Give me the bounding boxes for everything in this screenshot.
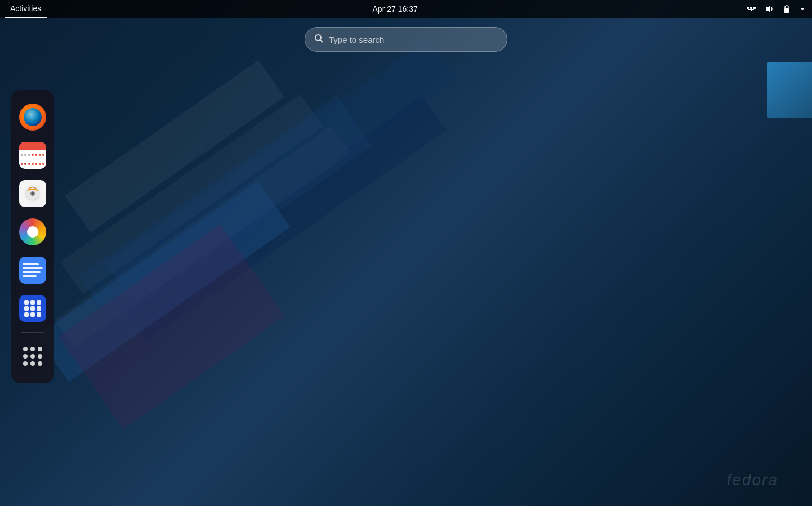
store-dot-6	[37, 306, 41, 311]
topbar-right	[743, 2, 812, 16]
dock-item-color[interactable]	[17, 216, 48, 248]
network-icon[interactable]	[743, 2, 759, 16]
store-dot-1	[24, 300, 29, 305]
svg-rect-6	[784, 8, 789, 13]
search-icon	[314, 34, 323, 45]
svg-marker-7	[800, 8, 805, 10]
topbar-clock[interactable]: Apr 27 16:37	[373, 5, 418, 14]
appgrid-dot-4	[23, 354, 28, 359]
appgrid-dot-3	[38, 347, 42, 351]
store-dot-2	[30, 300, 35, 305]
calendar-body	[19, 150, 46, 169]
calendar-header	[19, 142, 46, 150]
writer-line-3	[23, 271, 41, 273]
writer-line-4	[23, 275, 37, 277]
svg-rect-0	[747, 7, 749, 9]
software-store-icon	[19, 295, 46, 322]
sound-icon[interactable]	[761, 2, 777, 16]
search-bar	[305, 27, 507, 52]
thumbnail-preview	[767, 62, 812, 118]
side-thumbnail[interactable]	[767, 62, 812, 118]
dock-item-writer[interactable]	[17, 254, 48, 286]
store-dot-3	[37, 300, 41, 305]
dock-item-rhythmbox[interactable]	[17, 178, 48, 209]
appgrid-dot-6	[38, 354, 42, 359]
dock-separator	[21, 332, 44, 333]
appgrid-dot-1	[23, 347, 28, 351]
search-container	[305, 27, 507, 52]
appgrid-dot-9	[38, 361, 42, 366]
store-dot-5	[30, 306, 35, 311]
appgrid-dot-7	[23, 361, 28, 366]
dock-item-firefox[interactable]	[17, 101, 48, 133]
writer-line-2	[23, 267, 43, 269]
lock-icon[interactable]	[779, 2, 794, 16]
dock-item-software[interactable]	[17, 293, 48, 324]
dock-item-calendar[interactable]	[17, 140, 48, 171]
dock-item-appgrid[interactable]	[17, 341, 48, 372]
dock	[11, 90, 54, 383]
writer-line-1	[23, 263, 39, 265]
svg-rect-1	[750, 7, 752, 9]
svg-point-13	[32, 192, 34, 195]
rhythmbox-icon	[19, 180, 46, 207]
store-dot-4	[24, 306, 29, 311]
appgrid-icon	[21, 344, 44, 368]
calendar-icon	[19, 142, 46, 169]
svg-rect-2	[753, 7, 756, 9]
writer-icon	[19, 257, 46, 284]
system-menu-icon[interactable]	[796, 4, 809, 14]
desktop: fedora	[0, 0, 812, 506]
writer-lines	[23, 263, 43, 277]
search-input[interactable]	[329, 35, 498, 44]
store-dot-7	[24, 312, 29, 317]
topbar-left: Activities	[0, 0, 47, 18]
svg-marker-5	[766, 6, 770, 12]
svg-line-9	[320, 40, 323, 42]
appgrid-dot-5	[30, 354, 35, 359]
svg-rect-4	[751, 10, 752, 11]
prism-icon	[19, 218, 46, 245]
topbar: Activities Apr 27 16:37	[0, 0, 812, 18]
svg-rect-3	[748, 9, 754, 10]
appgrid-dot-8	[30, 361, 35, 366]
appgrid-dot-2	[30, 347, 35, 351]
activities-button[interactable]: Activities	[5, 0, 47, 18]
store-dot-8	[30, 312, 35, 317]
firefox-icon	[19, 104, 46, 131]
fedora-watermark: fedora	[727, 471, 778, 489]
store-dot-9	[37, 312, 41, 317]
datetime-label: Apr 27 16:37	[373, 5, 418, 14]
store-grid	[21, 297, 44, 320]
svg-point-8	[315, 35, 321, 41]
